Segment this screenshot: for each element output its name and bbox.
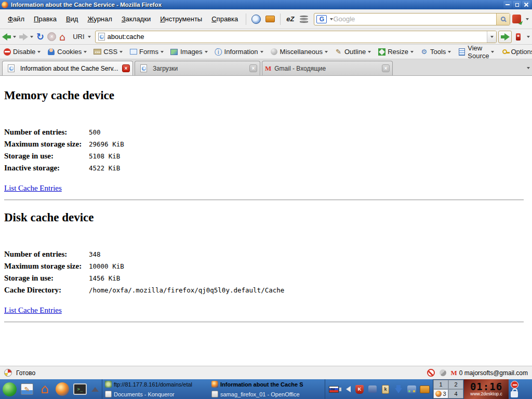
kde-menu-button[interactable] — [2, 382, 17, 396]
tab-downloads[interactable]: Загрузки × — [135, 61, 260, 75]
section-divider — [4, 200, 524, 201]
scrapbook-icon[interactable] — [264, 14, 275, 25]
devbar-miscellaneous[interactable]: Miscellaneous — [270, 48, 328, 56]
devbar-tools[interactable]: ⚙ Tools — [420, 48, 451, 56]
devbar-outline[interactable]: ✎ Outline — [335, 48, 371, 56]
extension-dropdown-icon[interactable] — [526, 18, 529, 20]
logout-icon[interactable] — [511, 381, 518, 389]
volume-icon[interactable] — [341, 384, 352, 394]
world-clock-icon[interactable] — [251, 14, 261, 25]
tab-cache-service[interactable]: Information about the Cache Serv... × — [2, 61, 133, 75]
home-folder-icon[interactable]: ⌂ — [37, 382, 52, 396]
go-button[interactable] — [498, 31, 512, 43]
gmail-notifier[interactable]: M 0 majorsofts@gmail.com — [451, 369, 528, 377]
all-tabs-dropdown-icon[interactable] — [527, 67, 530, 69]
task-list: ftp://81.177.8.161/domains/etal Informat… — [102, 379, 325, 399]
window-title: Information about the Cache Service - Mo… — [11, 2, 502, 8]
extension-icon[interactable] — [516, 33, 521, 41]
devbar-css[interactable]: css CSS — [94, 48, 123, 56]
openoffice-task-icon — [211, 391, 218, 397]
keyboard-layout-icon[interactable]: ru — [328, 384, 339, 394]
devbar-options[interactable]: Options — [501, 48, 532, 56]
stop-button[interactable]: × — [47, 32, 56, 41]
desktop-2[interactable]: 2 — [448, 380, 463, 389]
desktop-1[interactable]: 1 — [433, 380, 448, 389]
proxy-extension-icon[interactable] — [512, 14, 522, 25]
tab-bar: Information about the Cache Serv... × За… — [0, 59, 532, 76]
images-icon — [170, 49, 178, 55]
extension-status-icon[interactable] — [440, 369, 446, 376]
tab-gmail[interactable]: M Gmail - Входящие × — [262, 61, 393, 75]
taskbar: ✎ ⌂ >_ ftp://81.177.8.161/domains/etal I… — [0, 379, 532, 399]
google-logo-icon[interactable]: G — [316, 15, 327, 23]
tab-close-icon[interactable]: × — [249, 64, 257, 72]
devbar-view-source[interactable]: View Source — [458, 44, 494, 60]
network-monitor-icon[interactable] — [406, 384, 417, 394]
devbar-information[interactable]: ⓘ Information — [215, 48, 263, 56]
tab-close-icon[interactable]: × — [122, 64, 130, 72]
lock-icon[interactable] — [511, 391, 518, 397]
fasterfox-timer-icon[interactable] — [4, 369, 12, 377]
desktop-4[interactable]: 4 — [448, 389, 463, 398]
url-input[interactable] — [108, 33, 487, 41]
panel-edge-buttons — [509, 379, 520, 399]
task-firefox-cache[interactable]: Information about the Cache S — [210, 379, 327, 389]
table-row: Inactive storage: 4522 KiB — [4, 162, 528, 174]
ez-extension-icon[interactable]: eZ — [285, 14, 296, 25]
menu-history[interactable]: Журнал — [83, 13, 116, 25]
back-button[interactable] — [2, 33, 11, 41]
menu-edit[interactable]: Правка — [29, 13, 61, 25]
search-box[interactable]: G — [314, 13, 510, 25]
klipper-icon[interactable]: k — [380, 384, 391, 394]
panel-expand-icon[interactable] — [91, 387, 99, 392]
search-input[interactable] — [333, 14, 496, 24]
forward-history-dropdown-icon[interactable] — [30, 36, 33, 38]
search-go-button[interactable] — [496, 14, 510, 25]
menu-file[interactable]: Файл — [3, 13, 29, 25]
devbar-disable[interactable]: Disable — [3, 48, 41, 56]
list-cache-entries-link[interactable]: List Cache Entries — [4, 306, 62, 315]
url-bar[interactable] — [95, 31, 497, 43]
menu-view[interactable]: Вид — [61, 13, 83, 25]
robot-tray-icon[interactable] — [367, 384, 378, 394]
adblock-icon[interactable] — [427, 369, 435, 377]
minimize-button[interactable] — [503, 1, 512, 8]
devbar-cookies[interactable]: Cookies — [47, 48, 87, 56]
menu-help[interactable]: Справка — [207, 13, 243, 25]
options-key-icon — [502, 49, 507, 54]
devbar-forms[interactable]: Forms — [129, 48, 164, 56]
close-button[interactable] — [522, 1, 530, 8]
maximize-button[interactable] — [513, 1, 521, 8]
desktop-3[interactable]: 3 — [433, 389, 448, 398]
terminal-launcher-icon[interactable]: >_ — [73, 382, 87, 396]
nav-overflow-dropdown-icon[interactable] — [527, 36, 530, 38]
back-history-dropdown-icon[interactable] — [13, 36, 16, 38]
antivirus-icon[interactable]: K — [354, 384, 365, 394]
task-openoffice[interactable]: samag_firefox_01 - OpenOffice — [210, 389, 327, 399]
menu-bookmarks[interactable]: Закладки — [117, 13, 155, 25]
reload-button[interactable]: ↻ — [36, 32, 44, 42]
forward-button[interactable] — [19, 33, 28, 41]
firefox-mini-icon — [435, 391, 442, 397]
desktop-pager: 1 2 3 4 — [433, 379, 464, 399]
clock-area[interactable]: 01:16 www.2desktop.c — [464, 379, 509, 399]
task-konqueror[interactable]: Documents - Konqueror — [103, 389, 210, 399]
home-button[interactable]: ⌂ — [59, 32, 65, 42]
table-row: Storage in use: 5108 KiB — [4, 150, 528, 162]
css-icon: css — [94, 49, 101, 55]
download-manager-icon[interactable] — [393, 384, 404, 394]
window-titlebar[interactable]: Information about the Cache Service - Mo… — [0, 0, 532, 9]
drawer-tray-icon[interactable] — [419, 384, 430, 394]
database-icon[interactable] — [299, 14, 309, 25]
devbar-images[interactable]: Images — [170, 48, 208, 56]
devbar-resize[interactable]: Resize — [378, 48, 414, 56]
list-cache-entries-link[interactable]: List Cache Entries — [4, 184, 62, 193]
notes-launcher-icon[interactable]: ✎ — [20, 382, 34, 396]
url-dropdown-button[interactable] — [487, 31, 496, 43]
task-ftp[interactable]: ftp://81.177.8.161/domains/etal — [103, 379, 210, 389]
uri-dropdown-label[interactable]: URI — [73, 33, 84, 41]
firefox-launcher-icon[interactable] — [55, 382, 70, 396]
uri-dropdown-icon[interactable] — [88, 36, 91, 38]
tab-close-icon[interactable]: × — [382, 64, 390, 72]
menu-tools[interactable]: Инструменты — [155, 13, 207, 25]
